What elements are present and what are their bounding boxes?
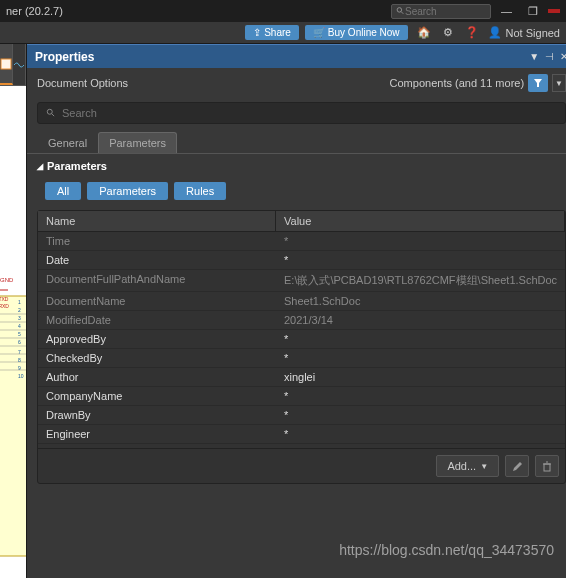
cell-value: * <box>276 232 565 250</box>
document-icon <box>0 58 12 70</box>
titlebar: ner (20.2.7) — ❐ <box>0 0 566 22</box>
help-icon[interactable]: ❓ <box>462 26 482 39</box>
pill-rules[interactable]: Rules <box>174 182 226 200</box>
home-icon[interactable]: 🏠 <box>414 26 434 39</box>
svg-text:4: 4 <box>18 323 21 329</box>
waves-icon <box>13 59 25 71</box>
cell-value: * <box>276 349 565 367</box>
svg-rect-2 <box>1 59 11 69</box>
svg-text:D_RXD: D_RXD <box>0 303 9 309</box>
panel-close-icon[interactable]: ✕ <box>560 51 566 62</box>
left-sidebar: GND D_TXD D_RXD 123 456 789 10 <box>0 44 26 578</box>
search-icon <box>46 108 56 118</box>
svg-text:9: 9 <box>18 365 21 371</box>
table-row[interactable]: DocumentFullPathAndNameE:\嵌入式\PCBAD19\RT… <box>38 270 565 292</box>
document-options-label: Document Options <box>37 77 128 89</box>
sidebar-tab-1[interactable] <box>0 44 13 85</box>
table-row[interactable]: CompanyName* <box>38 387 565 406</box>
cell-name: CheckedBy <box>38 349 276 367</box>
buy-online-button[interactable]: 🛒Buy Online Now <box>305 25 408 40</box>
table-row[interactable]: ModifiedDate2021/3/14 <box>38 311 565 330</box>
panel-pin-icon[interactable]: ⊣ <box>545 51 554 62</box>
cell-name: Organization <box>38 444 276 448</box>
cell-value: * <box>276 330 565 348</box>
share-icon: ⇪ <box>253 27 261 38</box>
cell-name: CompanyName <box>38 387 276 405</box>
svg-text:8: 8 <box>18 357 21 363</box>
table-row[interactable]: Engineer* <box>38 425 565 444</box>
svg-rect-28 <box>544 464 550 471</box>
svg-point-26 <box>47 109 52 114</box>
close-button[interactable] <box>548 9 560 13</box>
cell-value: * <box>276 251 565 269</box>
cell-name: Engineer <box>38 425 276 443</box>
panel-tabs: General Parameters <box>27 132 566 154</box>
global-search-input[interactable] <box>405 6 486 17</box>
minimize-button[interactable]: — <box>495 5 518 17</box>
table-row[interactable]: CheckedBy* <box>38 349 565 368</box>
filter-button[interactable] <box>528 74 548 92</box>
cell-value: E:\嵌入式\PCBAD19\RTL8762CMF模组\Sheet1.SchDo… <box>276 270 565 291</box>
column-header-name[interactable]: Name <box>38 211 276 231</box>
cell-name: DocumentName <box>38 292 276 310</box>
main-toolbar: ⇪Share 🛒Buy Online Now 🏠 ⚙ ❓ 👤Not Signed <box>0 22 566 44</box>
tab-parameters[interactable]: Parameters <box>98 132 177 153</box>
table-row[interactable]: DocumentNameSheet1.SchDoc <box>38 292 565 311</box>
cell-name: Time <box>38 232 276 250</box>
cell-name: ModifiedDate <box>38 311 276 329</box>
chevron-down-icon: ▼ <box>480 462 488 471</box>
cell-value: xinglei <box>276 368 565 386</box>
add-button[interactable]: Add...▼ <box>436 455 499 477</box>
sidebar-tab-2[interactable] <box>13 44 26 85</box>
svg-line-27 <box>52 114 55 117</box>
delete-button[interactable] <box>535 455 559 477</box>
maximize-button[interactable]: ❐ <box>522 5 544 18</box>
svg-text:1: 1 <box>18 299 21 305</box>
table-row[interactable]: Time* <box>38 232 565 251</box>
search-icon <box>396 6 405 16</box>
svg-text:3: 3 <box>18 315 21 321</box>
table-row[interactable]: Authorxinglei <box>38 368 565 387</box>
pill-parameters[interactable]: Parameters <box>87 182 168 200</box>
panel-dropdown-icon[interactable]: ▼ <box>529 51 539 62</box>
account-status[interactable]: 👤Not Signed <box>488 26 560 39</box>
share-button[interactable]: ⇪Share <box>245 25 299 40</box>
table-row[interactable]: ApprovedBy* <box>38 330 565 349</box>
parameters-table: Name Value Time*Date*DocumentFullPathAnd… <box>37 210 566 484</box>
cell-value: * <box>276 425 565 443</box>
collapse-icon: ◢ <box>37 162 43 171</box>
table-row[interactable]: Date* <box>38 251 565 270</box>
components-dropdown-label: Components (and 11 more) <box>390 77 525 89</box>
panel-search[interactable] <box>37 102 566 124</box>
cell-value: * <box>276 406 565 424</box>
global-search[interactable] <box>391 4 491 19</box>
pill-all[interactable]: All <box>45 182 81 200</box>
gear-icon[interactable]: ⚙ <box>440 26 456 39</box>
svg-text:2: 2 <box>18 307 21 313</box>
cart-icon: 🛒 <box>313 27 325 38</box>
table-row[interactable]: DrawnBy* <box>38 406 565 425</box>
panel-search-input[interactable] <box>62 107 557 119</box>
column-header-value[interactable]: Value <box>276 211 565 231</box>
tab-general[interactable]: General <box>37 132 98 153</box>
edit-button[interactable] <box>505 455 529 477</box>
svg-text:10: 10 <box>18 373 24 379</box>
svg-text:5: 5 <box>18 331 21 337</box>
svg-rect-3 <box>0 296 26 556</box>
panel-header: Properties ▼ ⊣ ✕ <box>27 44 566 68</box>
cell-name: Author <box>38 368 276 386</box>
svg-text:6: 6 <box>18 339 21 345</box>
filter-dropdown-chevron[interactable]: ▼ <box>552 74 566 92</box>
properties-panel: Properties ▼ ⊣ ✕ Document Options Compon… <box>26 44 566 578</box>
funnel-icon <box>533 78 543 88</box>
cell-name: Date <box>38 251 276 269</box>
cell-name: DocumentFullPathAndName <box>38 270 276 291</box>
schematic-thumbnail: GND D_TXD D_RXD 123 456 789 10 <box>0 86 26 578</box>
svg-text:7: 7 <box>18 349 21 355</box>
cell-value: * <box>276 444 565 448</box>
app-title: ner (20.2.7) <box>6 5 63 17</box>
section-header-parameters[interactable]: ◢ Parameters <box>27 154 566 176</box>
svg-point-0 <box>397 8 402 13</box>
cell-name: DrawnBy <box>38 406 276 424</box>
table-row[interactable]: Organization* <box>38 444 565 448</box>
